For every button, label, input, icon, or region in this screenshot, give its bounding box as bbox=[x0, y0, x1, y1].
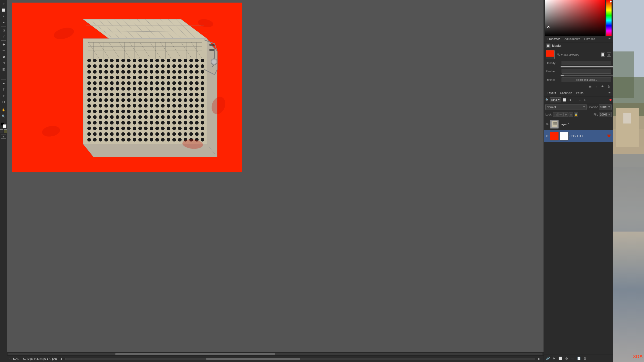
density-input[interactable] bbox=[562, 61, 611, 65]
tool-shape[interactable]: ⬡ bbox=[1, 99, 6, 105]
layers-footer: 🔗 fx ⬜ ◑ ▭ 📄 🗑 bbox=[544, 355, 613, 362]
layer0-visibility[interactable]: 👁 bbox=[545, 122, 549, 126]
tool-lasso[interactable]: ⌖ bbox=[1, 13, 6, 19]
properties-tabs: Properties Adjustments Libraries ≡ bbox=[544, 36, 613, 42]
next-nav-btn[interactable]: ▶ bbox=[537, 357, 541, 361]
canvas-scrollbar-thumb bbox=[115, 353, 275, 355]
tool-zoom[interactable]: 🔍 bbox=[1, 113, 6, 119]
tool-select-rect[interactable]: ⬜ bbox=[1, 7, 6, 13]
tab-adjustments[interactable]: Adjustments bbox=[562, 36, 582, 42]
tool-magic-wand[interactable]: ⁕ bbox=[1, 20, 6, 25]
add-vector-mask-btn[interactable]: ⊕ bbox=[607, 52, 611, 57]
tab-properties[interactable]: Properties bbox=[545, 36, 562, 42]
tool-dodge[interactable]: ○ bbox=[1, 73, 6, 78]
tool-separator-2 bbox=[1, 40, 6, 41]
tab-channels[interactable]: Channels bbox=[558, 90, 574, 96]
canvas-container[interactable] bbox=[7, 0, 544, 352]
add-pixel-mask-btn[interactable]: ⬜ bbox=[601, 52, 605, 57]
background-color[interactable] bbox=[3, 124, 6, 128]
tool-clone[interactable]: ✿ bbox=[1, 54, 6, 60]
tool-eraser[interactable]: ◻ bbox=[1, 60, 6, 66]
svg-point-70 bbox=[553, 123, 554, 124]
quick-mask-btn[interactable] bbox=[4, 129, 7, 133]
opacity-chevron: ▼ bbox=[608, 106, 610, 108]
tool-separator-3 bbox=[1, 79, 6, 80]
filter-adjust-icon[interactable]: ◑ bbox=[567, 98, 572, 102]
color-hue-bar[interactable] bbox=[606, 0, 612, 36]
delete-layer-btn[interactable]: 🗑 bbox=[582, 356, 588, 361]
tool-move[interactable]: ✛ bbox=[1, 1, 6, 7]
properties-panel-menu[interactable]: ≡ bbox=[607, 37, 612, 41]
status-scrollbar-thumb bbox=[206, 358, 300, 360]
link-layers-btn[interactable]: 🔗 bbox=[545, 356, 550, 361]
mask-thumbnail bbox=[546, 50, 555, 59]
tool-path-select[interactable]: ⊳ bbox=[1, 93, 6, 99]
lock-all-btn[interactable]: 🔒 bbox=[574, 112, 578, 117]
feather-input[interactable] bbox=[562, 69, 611, 74]
fill-input[interactable]: 100% ▼ bbox=[599, 112, 612, 117]
prop-eye-icon[interactable]: 👁 bbox=[600, 84, 605, 89]
select-and-mask-btn[interactable]: Select and Mask... bbox=[562, 77, 611, 82]
lock-artboard-btn[interactable]: ▭ bbox=[569, 112, 573, 117]
color-gradient[interactable] bbox=[545, 0, 605, 36]
tab-libraries[interactable]: Libraries bbox=[582, 36, 597, 42]
tab-layers[interactable]: Layers bbox=[545, 90, 558, 96]
add-mask-btn[interactable]: ⬜ bbox=[558, 356, 563, 361]
blend-mode-chevron: ▼ bbox=[583, 106, 585, 108]
refine-row: Refine: Select and Mask... bbox=[544, 76, 613, 83]
tool-pen[interactable]: ✒ bbox=[1, 81, 6, 86]
hue-bar-area[interactable] bbox=[606, 0, 612, 36]
zoom-level: 16.67% bbox=[9, 357, 19, 360]
layers-list: 👁 bbox=[544, 118, 613, 355]
tool-healing[interactable]: ✚ bbox=[1, 42, 6, 47]
mask-layer-row: No mask selected ⬜ ⊕ bbox=[544, 49, 613, 60]
prop-trash-icon[interactable]: 🗑 bbox=[606, 84, 611, 89]
filter-smart-icon[interactable]: ⊞ bbox=[583, 98, 588, 102]
filter-text-icon[interactable]: T bbox=[573, 98, 577, 102]
filter-pixel-icon[interactable]: ⬜ bbox=[562, 98, 567, 102]
layers-panel-menu[interactable]: ≡ bbox=[607, 91, 612, 95]
layer-item-layer0[interactable]: 👁 bbox=[544, 118, 613, 130]
canvas-scrollbar-track[interactable] bbox=[8, 353, 543, 355]
svg-rect-17 bbox=[209, 44, 215, 46]
tool-text[interactable]: T bbox=[1, 87, 6, 92]
tool-gradient[interactable]: ▥ bbox=[1, 66, 6, 72]
foreground-background-colors[interactable] bbox=[1, 122, 6, 128]
layers-tabs: Layers Channels Paths ≡ bbox=[544, 90, 613, 96]
left-toolbar: ✛ ⬜ ⌖ ⁕ ⊡ ╱ ✚ ✏ ✿ ◻ ▥ ○ ✒ T ⊳ ⬡ ✋ 🔍 ⊞ bbox=[0, 0, 7, 362]
svg-point-75 bbox=[554, 125, 555, 125]
tool-eyedropper[interactable]: ╱ bbox=[1, 34, 6, 39]
prev-nav-btn[interactable]: ◀ bbox=[59, 357, 63, 361]
layers-panel: 🔍 Kind ▼ ⬜ ◑ T ⬡ ⊞ Normal ▼ Opacity: bbox=[544, 96, 613, 362]
canvas-svg bbox=[12, 3, 242, 172]
layer-fx-btn[interactable]: fx bbox=[552, 356, 557, 361]
new-fill-adj-btn[interactable]: ◑ bbox=[564, 356, 569, 361]
screen-mode-btn[interactable]: ⊞ bbox=[1, 135, 6, 139]
new-group-btn[interactable]: ▭ bbox=[570, 356, 575, 361]
tab-paths[interactable]: Paths bbox=[574, 90, 586, 96]
lock-move-btn[interactable]: ✛ bbox=[563, 112, 568, 117]
prop-grid-icon[interactable]: ⊞ bbox=[588, 84, 592, 89]
canvas-scrollbar-h[interactable] bbox=[7, 352, 544, 355]
colorfill1-thumb-svg bbox=[550, 132, 559, 140]
filter-shape-icon[interactable]: ⬡ bbox=[578, 98, 582, 102]
opacity-input[interactable]: 100% ▼ bbox=[599, 104, 612, 110]
prop-magic-icon[interactable]: ⋄ bbox=[594, 84, 599, 89]
color-gradient-area[interactable] bbox=[545, 0, 605, 36]
status-scrollbar[interactable] bbox=[65, 358, 535, 360]
tool-crop[interactable]: ⊡ bbox=[1, 28, 6, 33]
normal-mode-btn[interactable] bbox=[0, 129, 3, 133]
tool-separator-1 bbox=[1, 26, 6, 27]
blend-mode-select[interactable]: Normal ▼ bbox=[545, 104, 587, 110]
color-picker-section bbox=[544, 0, 613, 36]
tool-brush[interactable]: ✏ bbox=[1, 48, 6, 54]
tool-hand[interactable]: ✋ bbox=[1, 107, 6, 113]
kind-filter-select[interactable]: Kind ▼ bbox=[550, 97, 561, 102]
layers-blend-row: Normal ▼ Opacity: 100% ▼ bbox=[544, 103, 613, 111]
lock-paint-btn[interactable]: ✏ bbox=[558, 112, 563, 117]
layer-item-colorfill1[interactable]: 👁 Color Fill 1 bbox=[544, 130, 613, 142]
colorfill1-visibility[interactable]: 👁 bbox=[545, 134, 549, 138]
colorfill1-name: Color Fill 1 bbox=[570, 135, 605, 138]
lock-transparent-btn[interactable]: ⬚ bbox=[553, 112, 558, 117]
new-layer-btn[interactable]: 📄 bbox=[576, 356, 581, 361]
